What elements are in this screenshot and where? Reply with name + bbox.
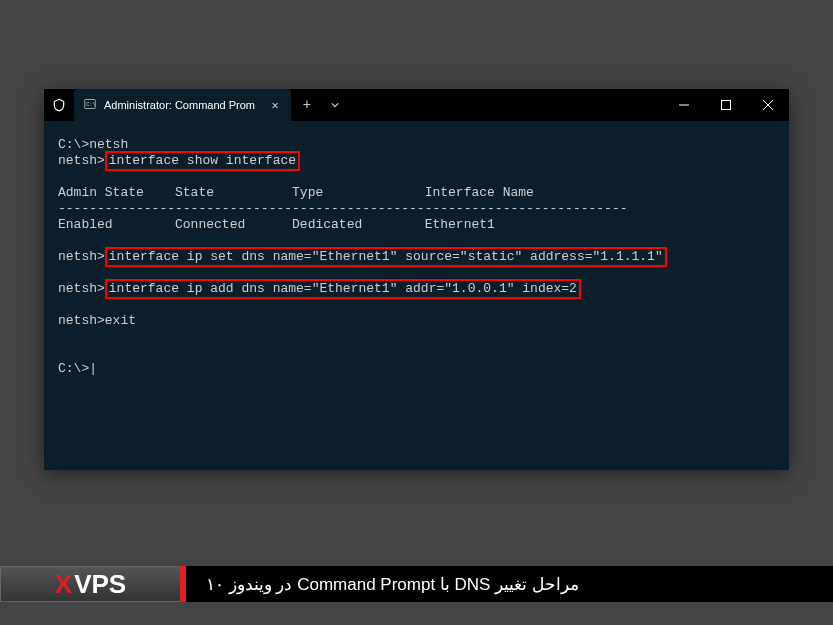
- terminal-line: [58, 297, 775, 313]
- terminal-line: netsh>interface ip set dns name="Etherne…: [58, 249, 775, 265]
- table-separator: ----------------------------------------…: [58, 201, 775, 217]
- active-tab[interactable]: C:\ Administrator: Command Prom ✕: [74, 89, 291, 121]
- table-header: Admin State State Type Interface Name: [58, 185, 775, 201]
- highlighted-command: interface ip add dns name="Ethernet1" ad…: [105, 279, 581, 299]
- footer: X VPS مراحل تغییر DNS با Command Prompt …: [0, 566, 833, 602]
- terminal-line: C:\>|: [58, 361, 775, 377]
- titlebar: C:\ Administrator: Command Prom ✕ +: [44, 89, 789, 121]
- tab-title: Administrator: Command Prom: [104, 99, 255, 111]
- svg-rect-3: [722, 101, 731, 110]
- highlighted-command: interface show interface: [105, 151, 300, 171]
- terminal-line: netsh>exit: [58, 313, 775, 329]
- highlighted-command: interface ip set dns name="Ethernet1" so…: [105, 247, 667, 267]
- tab-close-button[interactable]: ✕: [267, 97, 283, 113]
- terminal-line: [58, 169, 775, 185]
- svg-text:C:\: C:\: [86, 101, 95, 107]
- terminal-line: [58, 345, 775, 361]
- caption-text: مراحل تغییر DNS با Command Prompt در وین…: [186, 566, 833, 602]
- table-row: Enabled Connected Dedicated Ethernet1: [58, 217, 775, 233]
- logo-vps: VPS: [74, 569, 126, 600]
- new-tab-button[interactable]: +: [291, 89, 323, 121]
- terminal-window: C:\ Administrator: Command Prom ✕ + C:\>…: [44, 89, 789, 470]
- cursor: |: [89, 361, 97, 377]
- tab-dropdown-button[interactable]: [323, 89, 347, 121]
- terminal-line: [58, 329, 775, 345]
- command-prompt-icon: C:\: [84, 98, 96, 113]
- logo: X VPS: [0, 566, 180, 602]
- terminal-line: netsh>interface ip add dns name="Etherne…: [58, 281, 775, 297]
- shield-icon: [44, 89, 74, 121]
- terminal-content[interactable]: C:\>netsh netsh>interface show interface…: [44, 121, 789, 393]
- logo-x: X: [55, 569, 72, 600]
- close-button[interactable]: [747, 89, 789, 121]
- maximize-button[interactable]: [705, 89, 747, 121]
- window-controls: [663, 89, 789, 121]
- minimize-button[interactable]: [663, 89, 705, 121]
- terminal-line: netsh>interface show interface: [58, 153, 775, 169]
